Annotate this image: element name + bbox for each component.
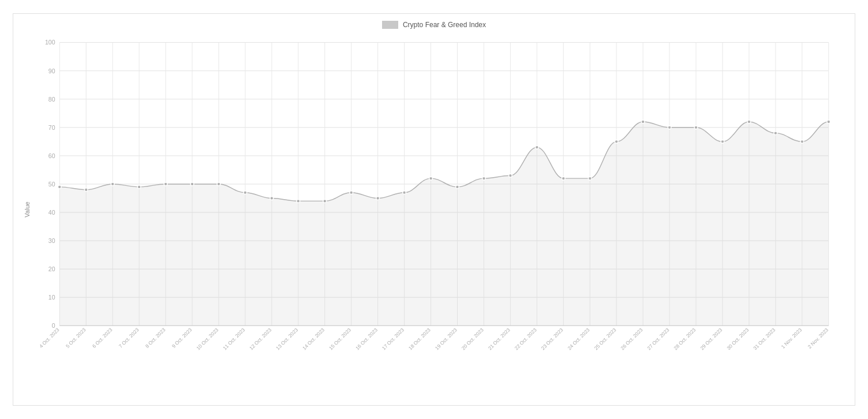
svg-point-82 [827, 120, 830, 124]
svg-point-78 [721, 140, 724, 143]
svg-text:11 Oct. 2023: 11 Oct. 2023 [222, 327, 246, 351]
svg-text:26 Oct. 2023: 26 Oct. 2023 [619, 327, 643, 351]
svg-point-81 [800, 140, 804, 143]
svg-point-54 [84, 188, 88, 192]
svg-point-60 [244, 191, 247, 194]
svg-text:60: 60 [48, 152, 55, 159]
svg-text:27 Oct. 2023: 27 Oct. 2023 [646, 327, 670, 351]
svg-text:10 Oct. 2023: 10 Oct. 2023 [195, 327, 219, 351]
svg-text:70: 70 [48, 124, 55, 131]
svg-text:22 Oct. 2023: 22 Oct. 2023 [514, 327, 538, 351]
svg-point-79 [747, 120, 751, 124]
svg-text:19 Oct. 2023: 19 Oct. 2023 [434, 327, 458, 351]
svg-text:4 Oct. 2023: 4 Oct. 2023 [38, 327, 61, 349]
svg-text:30 Oct. 2023: 30 Oct. 2023 [725, 327, 750, 351]
svg-text:50: 50 [48, 181, 55, 188]
svg-text:9 Oct. 2023: 9 Oct. 2023 [171, 327, 193, 349]
svg-text:21 Oct. 2023: 21 Oct. 2023 [487, 327, 511, 351]
svg-point-55 [111, 182, 114, 186]
chart-svg: 01020304050607080901004 Oct. 20235 Oct. … [45, 37, 843, 359]
svg-point-69 [482, 177, 486, 180]
svg-text:16 Oct. 2023: 16 Oct. 2023 [354, 327, 379, 351]
svg-point-65 [376, 197, 380, 200]
legend-swatch [382, 21, 398, 29]
svg-text:24 Oct. 2023: 24 Oct. 2023 [567, 327, 591, 351]
svg-point-63 [323, 200, 327, 203]
svg-text:13 Oct. 2023: 13 Oct. 2023 [275, 327, 299, 351]
svg-text:8 Oct. 2023: 8 Oct. 2023 [144, 327, 167, 349]
svg-point-61 [270, 197, 274, 200]
svg-text:31 Oct. 2023: 31 Oct. 2023 [752, 327, 776, 351]
chart-title-area: Crypto Fear & Greed Index [13, 21, 855, 29]
svg-point-53 [58, 185, 61, 189]
svg-text:7 Oct. 2023: 7 Oct. 2023 [118, 327, 140, 349]
svg-point-74 [615, 140, 618, 143]
svg-text:14 Oct. 2023: 14 Oct. 2023 [301, 327, 326, 351]
svg-point-68 [456, 185, 459, 189]
svg-point-57 [164, 182, 167, 186]
svg-point-67 [429, 177, 433, 180]
svg-text:23 Oct. 2023: 23 Oct. 2023 [540, 327, 564, 351]
svg-text:17 Oct. 2023: 17 Oct. 2023 [381, 327, 405, 351]
svg-point-71 [535, 145, 538, 149]
svg-text:30: 30 [48, 237, 55, 244]
svg-point-72 [562, 177, 565, 180]
svg-text:10: 10 [48, 294, 55, 301]
svg-text:20: 20 [48, 265, 55, 272]
svg-point-64 [350, 191, 353, 194]
chart-container: Crypto Fear & Greed Index Value 01020304… [13, 13, 855, 406]
svg-point-66 [403, 191, 406, 194]
svg-text:6 Oct. 2023: 6 Oct. 2023 [91, 327, 114, 349]
chart-title: Crypto Fear & Greed Index [403, 21, 486, 29]
svg-text:5 Oct. 2023: 5 Oct. 2023 [65, 327, 87, 349]
svg-text:18 Oct. 2023: 18 Oct. 2023 [407, 327, 432, 351]
svg-text:12 Oct. 2023: 12 Oct. 2023 [248, 327, 272, 351]
chart-inner: 01020304050607080901004 Oct. 20235 Oct. … [45, 37, 843, 359]
svg-point-73 [588, 177, 592, 180]
svg-text:80: 80 [48, 96, 55, 103]
svg-point-75 [641, 120, 645, 124]
svg-text:40: 40 [48, 209, 55, 216]
svg-point-59 [217, 182, 220, 186]
svg-point-58 [190, 182, 194, 186]
svg-point-80 [774, 132, 777, 135]
svg-text:25 Oct. 2023: 25 Oct. 2023 [593, 327, 618, 351]
svg-point-76 [668, 126, 671, 129]
svg-point-77 [694, 126, 698, 129]
svg-text:29 Oct. 2023: 29 Oct. 2023 [699, 327, 723, 351]
svg-point-56 [137, 185, 141, 189]
svg-text:100: 100 [45, 39, 55, 46]
svg-text:28 Oct. 2023: 28 Oct. 2023 [672, 327, 697, 351]
svg-text:2 Nov. 2023: 2 Nov. 2023 [807, 327, 830, 350]
svg-text:15 Oct. 2023: 15 Oct. 2023 [328, 327, 352, 351]
y-axis-label: Value [24, 201, 31, 217]
svg-point-70 [508, 174, 512, 177]
svg-text:90: 90 [48, 68, 55, 74]
svg-text:20 Oct. 2023: 20 Oct. 2023 [461, 327, 485, 351]
svg-point-62 [297, 200, 300, 203]
svg-text:1 Nov. 2023: 1 Nov. 2023 [780, 327, 803, 350]
